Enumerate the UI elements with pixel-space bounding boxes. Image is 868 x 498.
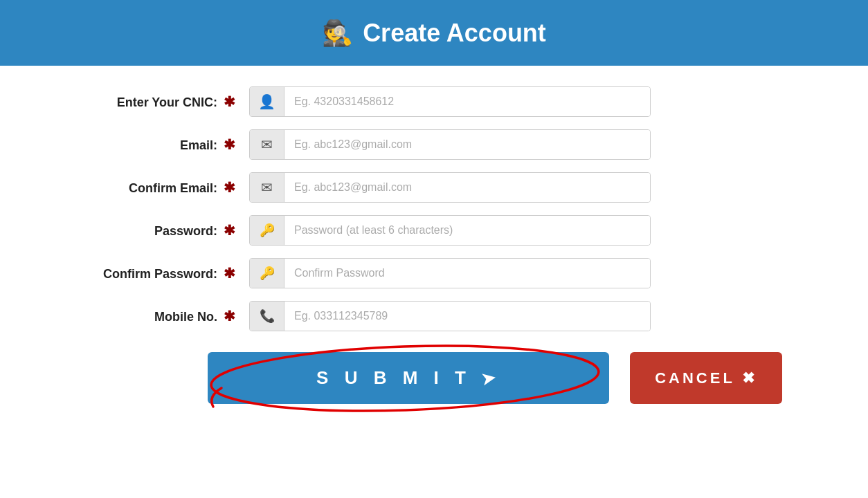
email-icon: ✉: [250, 130, 284, 159]
email-required: ✱: [224, 137, 235, 152]
confirm-password-icon: 🔑: [250, 259, 284, 288]
confirm-email-input-wrapper: ✉: [249, 172, 651, 203]
cancel-label: CANCEL: [655, 369, 735, 387]
password-icon: 🔑: [250, 216, 284, 245]
password-row: Password: ✱ 🔑: [42, 215, 826, 246]
cnic-row: Enter Your CNIC: ✱ 👤: [42, 86, 826, 117]
confirm-email-icon: ✉: [250, 173, 284, 202]
submit-send-icon: ➤: [480, 367, 502, 389]
confirm-password-row: Confirm Password: ✱ 🔑: [42, 258, 826, 288]
submit-container: S U B M I T ➤: [208, 352, 609, 404]
cnic-label: Enter Your CNIC: ✱: [42, 93, 249, 110]
mobile-label: Mobile No. ✱: [42, 308, 249, 324]
password-input[interactable]: [284, 216, 650, 245]
mobile-icon: 📞: [250, 302, 284, 331]
confirm-email-required: ✱: [224, 180, 235, 195]
email-input-wrapper: ✉: [249, 129, 651, 160]
confirm-password-required: ✱: [224, 266, 235, 281]
cancel-x-icon: ✖: [742, 369, 757, 387]
page-title: Create Account: [363, 19, 546, 48]
email-row: Email: ✱ ✉: [42, 129, 826, 160]
confirm-email-row: Confirm Email: ✱ ✉: [42, 172, 826, 203]
confirm-password-input[interactable]: [284, 259, 650, 288]
header-icon: 🕵: [322, 19, 353, 48]
password-label: Password: ✱: [42, 222, 249, 239]
password-required: ✱: [224, 223, 235, 238]
email-input[interactable]: [284, 130, 650, 159]
confirm-password-input-wrapper: 🔑: [249, 258, 651, 288]
cnic-input[interactable]: [284, 87, 650, 116]
submit-button[interactable]: S U B M I T ➤: [208, 352, 609, 404]
cnic-required: ✱: [224, 94, 235, 109]
confirm-email-label: Confirm Email: ✱: [42, 179, 249, 196]
cnic-input-wrapper: 👤: [249, 86, 651, 117]
mobile-required: ✱: [224, 308, 235, 324]
submit-label: S U B M I T: [316, 367, 471, 389]
buttons-row: S U B M I T ➤ CANCEL ✖: [0, 352, 868, 404]
page-header: 🕵 Create Account: [0, 0, 868, 66]
confirm-email-input[interactable]: [284, 173, 650, 202]
confirm-password-label: Confirm Password: ✱: [42, 265, 249, 282]
mobile-input[interactable]: [284, 302, 650, 331]
cancel-button[interactable]: CANCEL ✖: [630, 352, 782, 404]
cnic-icon: 👤: [250, 87, 284, 116]
password-input-wrapper: 🔑: [249, 215, 651, 246]
mobile-row: Mobile No. ✱ 📞: [42, 301, 826, 331]
email-label: Email: ✱: [42, 136, 249, 153]
mobile-input-wrapper: 📞: [249, 301, 651, 331]
create-account-form: Enter Your CNIC: ✱ 👤 Email: ✱ ✉ Confirm …: [0, 66, 868, 345]
